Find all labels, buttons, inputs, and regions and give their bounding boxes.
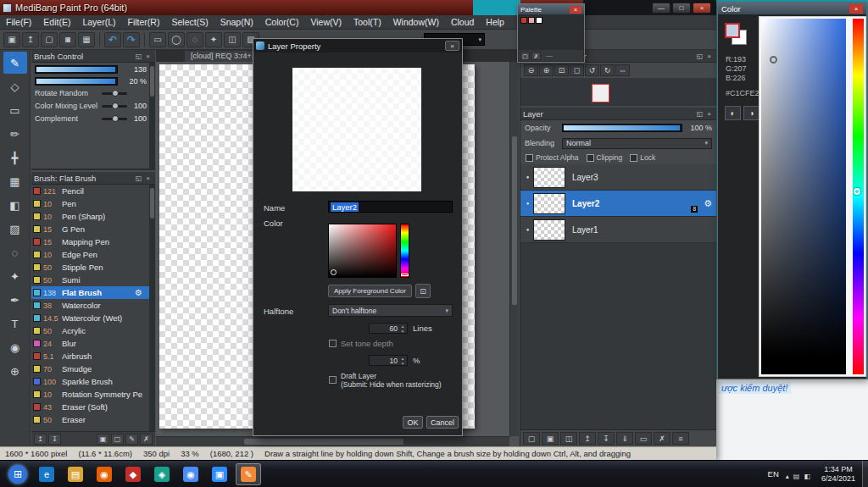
hue-marker[interactable]	[401, 274, 409, 276]
panel-close-icon[interactable]: ×	[704, 53, 714, 60]
gradient-tool[interactable]: ▨	[3, 218, 27, 240]
edit-brush-button[interactable]: ✎	[125, 434, 138, 445]
panel-close-icon[interactable]: ×	[143, 53, 153, 60]
eyedropper-tool[interactable]: ◉	[3, 336, 27, 358]
minimize-button[interactable]: —	[652, 3, 670, 14]
brush-item[interactable]: 50 Sumi ⚙	[31, 274, 149, 286]
duplicate-layer-button[interactable]: ◫	[560, 432, 577, 445]
divide-tool[interactable]: ▦	[3, 170, 27, 192]
layer-name-input[interactable]: Layer2	[328, 201, 453, 213]
brush-size-slider[interactable]	[35, 65, 118, 74]
draft-layer-checkbox[interactable]	[329, 376, 337, 384]
select-lasso-button[interactable]: ◌	[186, 32, 203, 47]
show-desktop-button[interactable]	[862, 461, 868, 487]
panel-scrollbar[interactable]	[149, 63, 155, 169]
horizontal-scrollbar[interactable]	[156, 436, 509, 446]
cancel-button[interactable]: Cancel	[426, 416, 459, 429]
comment-button[interactable]: ◙	[59, 32, 76, 47]
delete-layer-button[interactable]: ✗	[654, 432, 670, 445]
vertical-scrollbar[interactable]	[509, 62, 519, 436]
brush-scroll-down-button[interactable]: ↧	[48, 434, 61, 445]
fit-view-button[interactable]: ⊡	[554, 64, 569, 76]
menu-item[interactable]: Cloud	[445, 17, 480, 27]
palette-close-button[interactable]: ×	[570, 6, 581, 14]
apply-foreground-color-button[interactable]: Apply Foreground Color	[328, 285, 412, 297]
color-wheel-mode-button[interactable]: ◐	[725, 106, 741, 120]
dialog-title-bar[interactable]: Layer Property ×	[253, 39, 462, 53]
hue-marker-large[interactable]	[854, 188, 860, 195]
brush-item[interactable]: 15 G Pen ⚙	[31, 223, 149, 235]
select-rect-button[interactable]: ▭	[149, 32, 166, 47]
palette-swatch-pink[interactable]	[528, 17, 535, 24]
visibility-dot[interactable]: ●	[522, 174, 533, 180]
save-button[interactable]: ▣	[3, 32, 20, 47]
hand-tool[interactable]: ⊕	[3, 360, 27, 382]
clipping-checkbox[interactable]	[587, 154, 594, 162]
maximize-button[interactable]: □	[672, 3, 691, 14]
add-brush-button[interactable]: ▢	[111, 434, 124, 445]
menu-item[interactable]: Help	[480, 17, 510, 27]
clear-layer-button[interactable]: ▭	[635, 432, 652, 445]
new-folder-button[interactable]: ▣	[542, 432, 559, 445]
param-slider[interactable]	[102, 118, 127, 120]
brush-scroll-up-button[interactable]: ↥	[34, 434, 47, 445]
title-bar[interactable]: MediBang Paint Pro (64bit) — □ ×	[0, 0, 716, 15]
param-slider[interactable]	[102, 105, 127, 108]
tray-icon[interactable]: ▴	[786, 473, 789, 480]
brush-item[interactable]: 50 Acrylic ⚙	[31, 324, 149, 337]
menu-item[interactable]: File(F)	[0, 17, 37, 27]
layer-up-button[interactable]: ↥	[579, 432, 596, 445]
brush-item[interactable]: 43 Eraser (Soft) ⚙	[31, 401, 149, 413]
red-app-icon[interactable]: ◆	[120, 463, 146, 485]
layer-item[interactable]: ● Layer3 ⚙	[520, 164, 716, 191]
medibang-app-icon[interactable]: ✎	[236, 463, 261, 485]
menu-item[interactable]: Color(C)	[259, 17, 305, 27]
navigator-preview[interactable]	[520, 78, 716, 106]
panel-scrollbar[interactable]	[149, 185, 155, 431]
file-explorer-icon[interactable]: ▤	[63, 463, 88, 485]
brush-item[interactable]: 5.1 Airbrush ⚙	[31, 350, 149, 362]
brush-item[interactable]: 10 Edge Pen ⚙	[31, 248, 149, 261]
palette-title-bar[interactable]: Palette ×	[518, 4, 584, 14]
brush-item[interactable]: 14.5 Watercolor (Wet) ⚙	[31, 312, 149, 324]
zoom-in-button[interactable]: ⊕	[539, 64, 554, 76]
brush-item[interactable]: 138 Flat Brush ⚙	[31, 286, 149, 299]
popout-icon[interactable]: ◱	[695, 110, 704, 118]
lines-input[interactable]: 60 ▴▾	[369, 323, 408, 334]
brush-item[interactable]: 100 Sparkle Brush ⚙	[31, 375, 149, 388]
add-brush-folder-button[interactable]: ▣	[97, 434, 109, 445]
new-layer-button[interactable]: ▢	[523, 432, 540, 445]
brush-item[interactable]: 121 Pencil ⚙	[31, 185, 149, 197]
delete-brush-button[interactable]: ✗	[140, 434, 153, 445]
menu-item[interactable]: Layer(L)	[76, 17, 121, 27]
menu-item[interactable]: Window(W)	[387, 17, 445, 27]
lock-checkbox[interactable]	[630, 154, 637, 162]
magic-wand-button[interactable]: ✦	[205, 32, 222, 47]
merge-layer-button[interactable]: ⇓	[616, 432, 633, 445]
start-button[interactable]: ⊞	[5, 463, 31, 485]
dialog-close-button[interactable]: ×	[445, 41, 459, 51]
redo-button[interactable]: ↷	[123, 32, 140, 47]
brush-item[interactable]: 24 Blur ⚙	[31, 337, 149, 350]
delete-palette-color-button[interactable]: ✗	[531, 52, 541, 60]
popout-icon[interactable]: ◱	[134, 53, 143, 60]
popout-icon[interactable]: ◱	[695, 53, 704, 60]
palette-swatch-white[interactable]	[536, 17, 542, 24]
new-canvas-button[interactable]: ▢	[41, 32, 58, 47]
rect-select-tool[interactable]: ▭	[3, 99, 27, 121]
foreground-color-picker-button[interactable]: ⊡	[415, 284, 431, 298]
menu-item[interactable]: Tool(T)	[348, 17, 387, 27]
foreground-color-swatch[interactable]	[725, 23, 740, 38]
rotate-right-button[interactable]: ↻	[600, 64, 615, 76]
menu-item[interactable]: Select(S)	[165, 17, 214, 27]
spinner-arrows-icon[interactable]: ▴▾	[399, 356, 406, 366]
language-indicator[interactable]: EN	[768, 469, 779, 479]
panel-close-icon[interactable]: ×	[704, 110, 714, 118]
panel-close-icon[interactable]: ×	[143, 174, 153, 182]
text-tool[interactable]: T	[3, 313, 27, 335]
clock[interactable]: 1:34 PM 6/24/2021	[821, 465, 855, 483]
brush-item[interactable]: 10 Rotation Symmetry Pe ⚙	[31, 388, 149, 401]
popout-icon[interactable]: ◱	[134, 174, 143, 182]
visibility-dot[interactable]: ●	[522, 227, 533, 232]
sv-picker-large[interactable]	[761, 19, 846, 374]
